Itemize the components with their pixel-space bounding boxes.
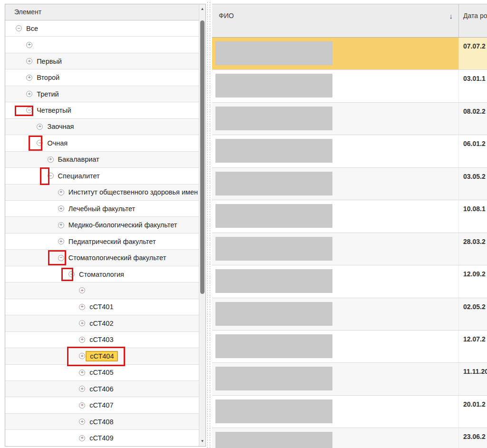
redacted-name-box xyxy=(215,74,332,97)
tree-item-label: Лечебный факультет xyxy=(68,205,135,213)
tree-item-Медико-биологический факультет[interactable]: Медико-биологический факультет xyxy=(5,217,199,233)
table-row[interactable]: 28.03.2 xyxy=(212,233,487,265)
tree-rows-container: ВсеПервыйВторойТретийЧетвертыйЗаочнаяОчн… xyxy=(5,20,199,447)
tree-item-label: Институт общественного здоровья имен xyxy=(68,188,198,196)
expand-icon[interactable] xyxy=(26,42,32,48)
expand-icon[interactable] xyxy=(58,222,64,228)
birthdate-cell: 23.06.2 xyxy=(458,428,487,448)
table-row[interactable]: 02.05.2 xyxy=(212,298,487,331)
table-header-row: ФИО ↓ Дата ро xyxy=(212,4,487,38)
tree-item-сСТ405[interactable]: сСТ405 xyxy=(5,365,199,381)
birthdate-cell: 03.05.2 xyxy=(458,168,487,200)
tree-item-Первый[interactable]: Первый xyxy=(5,53,199,69)
birthdate-cell: 20.01.2 xyxy=(458,396,487,428)
table-row[interactable]: 12.09.2 xyxy=(212,265,487,298)
redacted-name-box xyxy=(215,399,332,423)
tree-item-label: сСТ409 xyxy=(89,434,113,442)
table-row[interactable]: 06.01.2 xyxy=(212,135,487,167)
collapse-icon[interactable] xyxy=(48,173,54,179)
birthdate-cell: 12.07.2 xyxy=(458,331,487,362)
tree-item-label: Четвертый xyxy=(37,107,71,114)
tree-item-label: Специалитет xyxy=(58,172,100,180)
tree-item-Бакалавриат[interactable]: Бакалавриат xyxy=(5,152,199,168)
tree-item-Второй[interactable]: Второй xyxy=(5,69,199,86)
collapse-icon[interactable] xyxy=(37,140,43,146)
table-row[interactable]: 03.05.2 xyxy=(212,168,487,200)
tree-item-label: Стоматология xyxy=(79,271,124,278)
panel-splitter[interactable] xyxy=(210,2,210,448)
expand-icon[interactable] xyxy=(26,91,32,97)
expand-icon[interactable] xyxy=(79,320,85,326)
expand-icon[interactable] xyxy=(58,205,64,212)
tree-item-сСТ402[interactable]: сСТ402 xyxy=(5,315,199,331)
tree-item-label: сСТ408 xyxy=(89,418,113,426)
tree-item-label: сСТ402 xyxy=(89,320,113,327)
tree-item-blank[interactable] xyxy=(5,282,199,299)
tree-item-Четвертый[interactable]: Четвертый xyxy=(5,102,199,118)
redacted-name-box xyxy=(215,367,332,390)
expand-icon[interactable] xyxy=(26,75,32,81)
table-row[interactable]: 03.01.1 xyxy=(212,70,487,102)
table-row[interactable]: 07.07.2 xyxy=(212,38,487,70)
expand-icon[interactable] xyxy=(48,156,54,163)
tree-item-сСТ401[interactable]: сСТ401 xyxy=(5,299,199,315)
table-row[interactable]: 10.08.1 xyxy=(212,200,487,233)
tree-column-header: Элемент xyxy=(5,4,199,20)
tree-item-Педиатрический факультет[interactable]: Педиатрический факультет xyxy=(5,234,199,250)
collapse-icon[interactable] xyxy=(16,25,22,31)
expand-icon[interactable] xyxy=(79,337,85,343)
expand-icon[interactable] xyxy=(79,386,85,392)
table-row[interactable]: 11.11.20 xyxy=(212,363,487,395)
expand-icon[interactable] xyxy=(79,353,85,359)
tree-item-сСТ404[interactable]: сСТ404 xyxy=(5,348,199,364)
expand-icon[interactable] xyxy=(79,435,85,441)
expand-icon[interactable] xyxy=(79,370,85,376)
expand-icon[interactable] xyxy=(26,58,32,64)
redacted-name-box xyxy=(215,107,332,130)
tree-item-Лечебный факультет[interactable]: Лечебный факультет xyxy=(5,201,199,217)
tree-item-label: сСТ405 xyxy=(89,369,113,376)
birthdate-cell: 06.01.2 xyxy=(458,135,487,167)
expand-icon[interactable] xyxy=(37,124,43,130)
column-header-fio[interactable]: ФИО ↓ xyxy=(212,4,458,37)
column-header-birthdate[interactable]: Дата ро xyxy=(458,4,487,37)
tree-item-Институт общественного здоровья имен[interactable]: Институт общественного здоровья имен xyxy=(5,185,199,201)
expand-icon[interactable] xyxy=(79,419,85,425)
scrollbar-thumb[interactable] xyxy=(200,20,205,294)
collapse-icon[interactable] xyxy=(68,271,75,277)
redacted-name-box xyxy=(215,237,332,261)
tree-item-Заочная[interactable]: Заочная xyxy=(5,119,199,135)
scroll-up-icon[interactable]: ▲ xyxy=(199,5,205,13)
expand-icon[interactable] xyxy=(79,402,85,409)
collapse-icon[interactable] xyxy=(58,255,64,261)
tree-item-сСТ409[interactable]: сСТ409 xyxy=(5,430,199,446)
tree-item-label: сСТ407 xyxy=(89,401,113,409)
tree-item-Стоматологический факультет[interactable]: Стоматологический факультет xyxy=(5,250,199,266)
tree-item-blank[interactable] xyxy=(5,37,199,53)
expand-icon[interactable] xyxy=(58,189,64,195)
panel-splitter[interactable] xyxy=(207,2,208,448)
tree-item-сСТ403[interactable]: сСТ403 xyxy=(5,332,199,348)
table-row[interactable]: 20.01.2 xyxy=(212,396,487,428)
tree-item-Очная[interactable]: Очная xyxy=(5,135,199,151)
tree-item-Стоматология[interactable]: Стоматология xyxy=(5,266,199,282)
tree-item-Третий[interactable]: Третий xyxy=(5,86,199,102)
expand-icon[interactable] xyxy=(79,304,85,310)
tree-item-label: Первый xyxy=(37,58,62,65)
tree-item-сСТ406[interactable]: сСТ406 xyxy=(5,381,199,397)
expand-icon[interactable] xyxy=(58,238,64,244)
tree-item-сСТ407[interactable]: сСТ407 xyxy=(5,397,199,413)
expand-icon[interactable] xyxy=(79,287,85,293)
tree-item-label: Стоматологический факультет xyxy=(68,254,166,262)
collapse-icon[interactable] xyxy=(26,107,32,113)
tree-panel: Элемент ВсеПервыйВторойТретийЧетвертыйЗа… xyxy=(5,4,206,447)
table-row[interactable]: 12.07.2 xyxy=(212,331,487,363)
table-row[interactable]: 23.06.2 xyxy=(212,428,487,448)
tree-item-сСТ408[interactable]: сСТ408 xyxy=(5,414,199,430)
table-row[interactable]: 08.02.2 xyxy=(212,103,487,135)
scroll-down-icon[interactable]: ▼ xyxy=(199,438,205,445)
sort-descending-icon[interactable]: ↓ xyxy=(449,12,453,20)
tree-item-Все[interactable]: Все xyxy=(5,20,199,37)
tree-scrollbar[interactable]: ▲ ▼ xyxy=(199,4,205,446)
tree-item-Специалитет[interactable]: Специалитет xyxy=(5,168,199,184)
